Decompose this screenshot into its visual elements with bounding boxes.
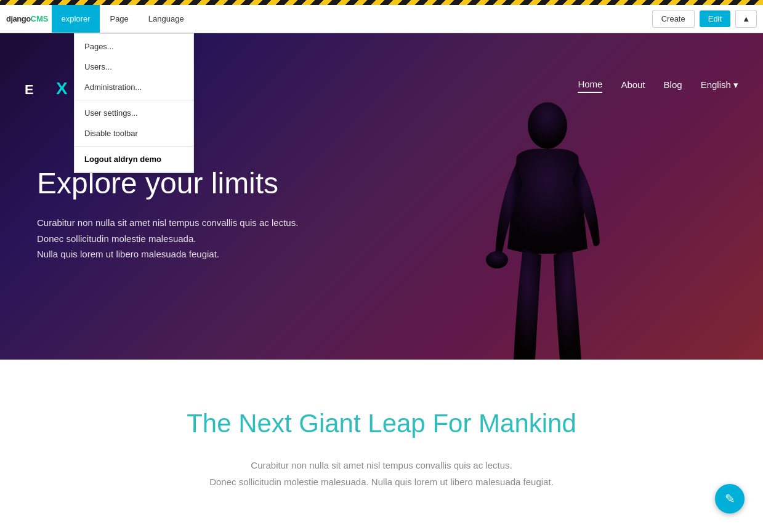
toolbar-nav: explorer Page Language: [52, 5, 194, 33]
nav-link-english[interactable]: English ▾: [701, 79, 738, 93]
dropdown-section-2: User settings... Disable toolbar: [75, 100, 193, 147]
nav-link-blog[interactable]: Blog: [664, 79, 682, 92]
create-button[interactable]: Create: [652, 10, 695, 28]
nav-item-language[interactable]: Language: [139, 5, 194, 33]
logo-django: django: [6, 14, 31, 23]
svg-point-0: [528, 102, 567, 149]
nav-item-explorer[interactable]: explorer: [52, 5, 100, 33]
hero-content: Explore your limits Curabitur non nulla …: [0, 167, 335, 262]
content-section: The Next Giant Leap For Mankind Curabitu…: [0, 360, 763, 532]
menu-item-users[interactable]: Users...: [75, 57, 193, 77]
edit-button[interactable]: Edit: [700, 10, 730, 27]
fab-icon: ✎: [725, 491, 735, 506]
hero-line-1: Curabitur non nulla sit amet nisl tempus…: [37, 217, 298, 228]
hazard-bar: [0, 0, 763, 5]
menu-item-user-settings[interactable]: User settings...: [75, 103, 193, 123]
nav-link-home[interactable]: Home: [578, 79, 602, 93]
section-text: Curabitur non nulla sit amet nisl tempus…: [166, 457, 597, 490]
logo-cms: CMS: [31, 14, 49, 23]
toolbar-right: Create Edit ▲: [652, 10, 757, 28]
hero-figure: [455, 76, 640, 360]
cms-logo: djangoCMS: [6, 14, 49, 23]
collapse-button[interactable]: ▲: [735, 10, 757, 28]
menu-item-disable-toolbar[interactable]: Disable toolbar: [75, 123, 193, 143]
explorer-dropdown: Pages... Users... Administration... User…: [74, 33, 194, 173]
site-nav-links: Home About Blog English ▾: [578, 79, 738, 93]
cms-toolbar: djangoCMS explorer Page Language Create …: [0, 5, 763, 33]
nav-link-about[interactable]: About: [621, 79, 645, 92]
hero-line-3: Nulla quis lorem ut libero malesuada feu…: [37, 249, 219, 259]
hero-line-2: Donec sollicitudin molestie malesuada.: [37, 233, 196, 244]
section-title: The Next Giant Leap For Mankind: [25, 409, 738, 438]
fab-button[interactable]: ✎: [715, 484, 745, 514]
menu-item-logout[interactable]: Logout aldryn demo: [75, 149, 193, 169]
svg-point-1: [486, 251, 508, 268]
hero-text: Curabitur non nulla sit amet nisl tempus…: [37, 215, 298, 262]
nav-item-page[interactable]: Page: [100, 5, 138, 33]
dropdown-section-1: Pages... Users... Administration...: [75, 34, 193, 100]
menu-item-administration[interactable]: Administration...: [75, 77, 193, 97]
menu-item-pages[interactable]: Pages...: [75, 36, 193, 57]
dropdown-section-3: Logout aldryn demo: [75, 147, 193, 172]
